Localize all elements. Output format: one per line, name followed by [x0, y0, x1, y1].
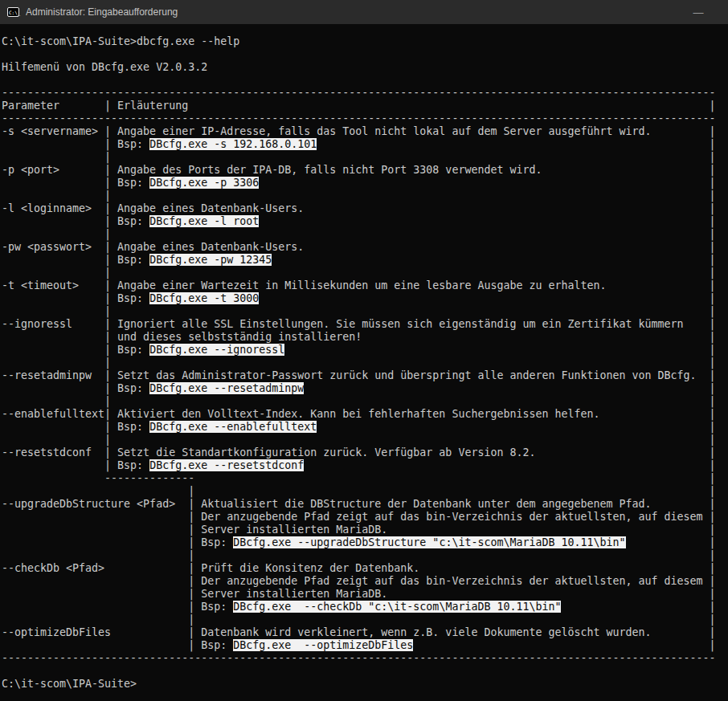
console-line: | | — [2, 613, 728, 626]
console-line: | Bsp: DBcfg.exe --enablefulltext | — [2, 421, 728, 434]
console-line: ----------------------------------------… — [2, 87, 728, 100]
console-line: | | — [2, 434, 728, 446]
console-line: | | — [2, 267, 728, 279]
console-line: | und dieses selbstständig installieren!… — [2, 331, 728, 344]
console-line: | | — [2, 228, 728, 241]
console-line: | Bsp: DBcfg.exe --resetstdconf | — [2, 459, 728, 472]
console-line: | Bsp: DBcfg.exe -t 3000 | — [2, 292, 728, 305]
console-line: | | — [2, 151, 728, 164]
console-output[interactable]: C:\it-scom\IPA-Suite>dbcfg.exe --help Hi… — [0, 24, 728, 701]
console-line: ----------------------------------------… — [2, 112, 728, 125]
console-line — [2, 74, 728, 87]
console-line: | Bsp: DBcfg.exe -l root | — [2, 215, 728, 228]
console-line: | Der anzugebende Pfad zeigt auf das bin… — [2, 575, 728, 588]
console-line: | Bsp: DBcfg.exe --upgradeDbStructure "c… — [2, 536, 728, 549]
console-line: -t <timeout> | Angabe einer Wartezeit in… — [2, 279, 728, 292]
console-line: C:\it-scom\IPA-Suite> — [2, 678, 728, 691]
console-line: Hilfemenü von DBcfg.exe V2.0.3.2 — [2, 61, 728, 74]
console-line: | Der anzugebende Pfad zeigt auf das bin… — [2, 511, 728, 524]
console-line: --enablefulltext| Aktiviert den Volltext… — [2, 408, 728, 421]
console-line: | Bsp: DBcfg.exe --ignoressl | — [2, 344, 728, 357]
console-line: Parameter | Erläuterung | — [2, 100, 728, 112]
console-line: | Bsp: DBcfg.exe --resetadminpw | — [2, 382, 728, 395]
console-line — [2, 665, 728, 678]
console-line: --resetstdconf | Setzt die Standartkonfi… — [2, 446, 728, 459]
console-line: --upgradeDbStructure <Pfad> | Aktualisie… — [2, 498, 728, 511]
console-line: | Bsp: DBcfg.exe -s 192.168.0.101 | — [2, 138, 728, 151]
console-line: -pw <passwort> | Angabe eines Datenbank-… — [2, 241, 728, 254]
cmd-icon: C:\_ — [7, 7, 19, 17]
console-line: | Server installierten MariaDB. | — [2, 588, 728, 601]
console-line: --checkDb <Pfad> | Prüft die Konsitenz d… — [2, 562, 728, 575]
console-line: ----------------------------------------… — [2, 652, 728, 665]
console-line: | Bsp: DBcfg.exe -pw 12345 | — [2, 254, 728, 267]
console-line: -p <port> | Angabe des Ports der IPA-DB,… — [2, 164, 728, 177]
console-line: -l <loginname> | Angabe eines Datenbank-… — [2, 202, 728, 215]
console-line: | | — [2, 485, 728, 498]
console-line: -------------- | — [2, 472, 728, 485]
console-line: -s <servername> | Angabe einer IP-Adress… — [2, 125, 728, 138]
terminal-window: C:\_ Administrator: Eingabeaufforderung … — [0, 0, 728, 701]
console-line: --optimizeDbFiles | Datenbank wird verkl… — [2, 626, 728, 639]
console-line: C:\it-scom\IPA-Suite>dbcfg.exe --help — [2, 35, 728, 48]
titlebar[interactable]: C:\_ Administrator: Eingabeaufforderung … — [0, 0, 728, 24]
console-line: | Server installierten MariaDB. | — [2, 524, 728, 536]
console-line: --resetadminpw | Setzt das Administrator… — [2, 369, 728, 382]
console-line: --ignoressl | Ignoriert alle SSL Einstel… — [2, 318, 728, 331]
console-line: | Bsp: DBcfg.exe --checkDb "c:\it-scom\M… — [2, 601, 728, 613]
console-line: | | — [2, 190, 728, 202]
console-line: | | — [2, 395, 728, 408]
console-line: | Bsp: DBcfg.exe --optimizeDbFiles | — [2, 639, 728, 652]
minimize-button[interactable]: — — [680, 0, 717, 24]
console-line: | | — [2, 357, 728, 369]
console-line — [2, 48, 728, 61]
window-title: Administrator: Eingabeaufforderung — [26, 6, 680, 18]
console-line: | Bsp: DBcfg.exe -p 3306 | — [2, 177, 728, 190]
console-line: | | — [2, 549, 728, 562]
console-line: | | — [2, 305, 728, 318]
